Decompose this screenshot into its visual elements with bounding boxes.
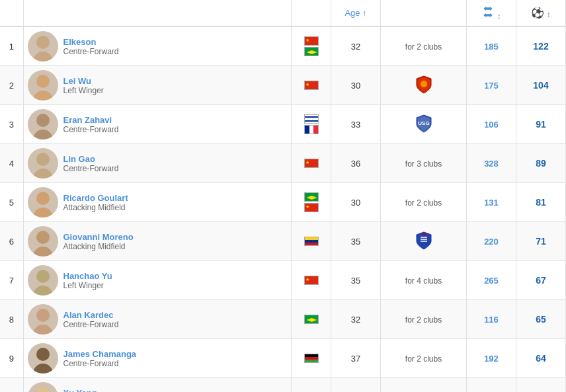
player-position: Centre-Forward [63,359,137,368]
player-name[interactable]: Lin Gao [63,154,119,164]
player-info: Hanchao Yu Left Winger [63,271,112,290]
apps-cell: 175 [467,66,516,105]
flag-stack [296,114,327,134]
player-name[interactable]: Hanchao Yu [63,271,112,281]
rank-header [0,0,23,26]
club-text: for 2 clubs [405,315,442,325]
apps-cell: 192 [467,339,516,378]
rank-cell: 8 [0,300,23,339]
rank-cell: 6 [0,222,23,261]
player-info: Lin Gao Centre-Forward [63,154,119,173]
club-text: for 2 clubs [405,198,442,208]
goals-cell: 81 [516,183,566,222]
flag-stack: ★ [296,192,327,212]
rank-cell: 10 [0,378,23,393]
player-name[interactable]: James Chamanga [63,349,137,359]
club-logo-blue: USG [414,114,434,134]
club-text: for 3 clubs [405,159,442,169]
flag-stack: ★ [296,276,327,285]
age-cell: 35 [331,261,381,300]
age-cell: 34 [331,378,381,393]
player-header [23,0,292,26]
nationality-cell [292,339,331,378]
nationality-cell: ★ [292,183,331,222]
player-name[interactable]: Xu Yang [63,388,119,393]
club-cell: for 2 clubs [381,339,467,378]
apps-cell: 220 [467,222,516,261]
svg-point-21 [33,364,53,373]
player-cell: James Chamanga Centre-Forward [23,339,292,378]
nationality-cell: ★ [292,66,331,105]
apps-cell: 328 [467,144,516,183]
player-avatar [28,70,58,100]
svg-point-1 [36,36,50,49]
player-avatar [28,148,58,178]
age-header[interactable]: Age ↑ [331,0,381,26]
flag-brazil [304,47,319,56]
flag-china: ★ [304,276,319,285]
player-cell: Giovanni Moreno Attacking Midfield [23,222,292,261]
player-name[interactable]: Eran Zahavi [63,115,119,125]
rank-cell: 1 [0,26,23,66]
player-cell: Eran Zahavi Centre-Forward [23,105,292,144]
flag-china: ★ [304,81,319,90]
club-text: for 4 clubs [405,276,442,286]
club-cell: for 2 clubs [381,26,467,66]
svg-point-13 [36,231,50,244]
nationality-cell [292,300,331,339]
goals-cell: 122 [516,26,566,66]
player-position: Centre-Forward [63,125,119,134]
table-body: 1 Elkeson Centre-Forward ★ 32 for 2 club… [0,26,566,392]
player-avatar [28,226,58,256]
rank-cell: 5 [0,183,23,222]
player-avatar [28,265,58,295]
flag-france [304,125,319,134]
svg-point-5 [33,130,53,139]
age-cell: 33 [331,105,381,144]
club-text: for 2 clubs [405,354,442,364]
player-position: Centre-Forward [63,164,119,173]
ball-icon: ⚽ [531,7,544,19]
nationality-cell [292,105,331,144]
club-cell: USG [381,105,467,144]
nationality-cell: ★ [292,144,331,183]
nationality-cell [292,222,331,261]
rank-cell: 9 [0,339,23,378]
svg-point-2 [33,91,53,100]
player-info: Eran Zahavi Centre-Forward [63,115,119,134]
svg-point-18 [36,270,50,283]
nat-header [292,0,331,26]
club-header [381,0,467,26]
table-row: 10 Xu Yang Centre-Forward ★ 34 for 5 clu… [0,378,566,393]
player-name[interactable]: Ricardo Goulart [63,193,128,203]
player-name[interactable]: Elkeson [63,37,119,47]
age-sort-link[interactable]: Age ↑ [344,8,366,18]
player-name[interactable]: Giovanni Moreno [63,232,134,242]
age-cell: 37 [331,339,381,378]
player-name[interactable]: Lei Wu [63,76,104,86]
svg-point-4 [421,81,427,87]
rank-cell: 7 [0,261,23,300]
table-row: 4 Lin Gao Centre-Forward ★ 36 for 3 club… [0,144,566,183]
flag-malawi [304,354,319,363]
player-position: Attacking Midfield [63,242,134,251]
apps-header[interactable]: ↕ [467,0,516,26]
player-info: Lei Wu Left Winger [63,76,104,95]
svg-point-17 [33,286,53,295]
table-row: 8 Alan Kardec Centre-Forward 32 for 2 cl… [0,300,566,339]
player-position: Centre-Forward [63,320,119,329]
flag-colombia [304,237,319,246]
flag-stack: ★ [296,81,327,90]
club-cell [381,66,467,105]
goals-cell: 91 [516,105,566,144]
svg-point-24 [36,387,50,392]
nationality-cell: ★ [292,261,331,300]
rank-cell: 4 [0,144,23,183]
svg-point-0 [33,52,53,61]
apps-icon [481,5,495,19]
table-row: 6 Giovanni Moreno Attacking Midfield 35 … [0,222,566,261]
age-cell: 30 [331,183,381,222]
goals-header[interactable]: ⚽ ↕ [516,0,566,26]
apps-cell: 282 [467,378,516,393]
player-name[interactable]: Alan Kardec [63,310,119,320]
